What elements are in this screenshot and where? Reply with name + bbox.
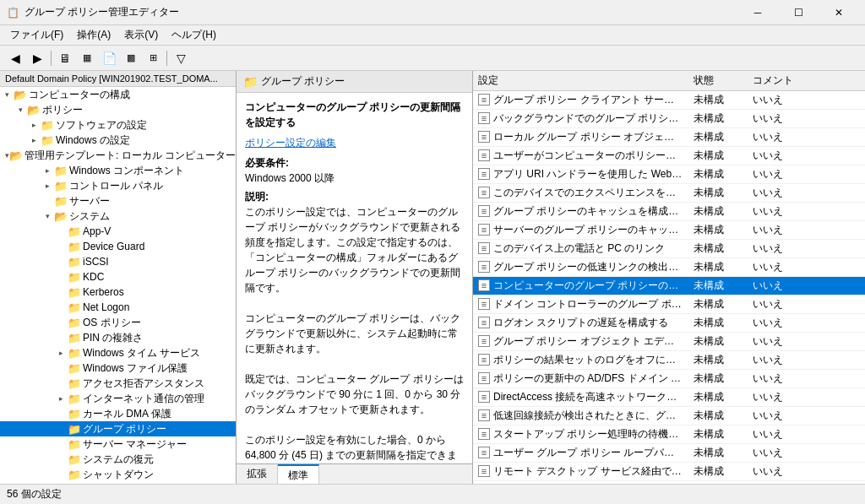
table-row[interactable]: ≡ユーザーがコンピューターのポリシーを最新の状態に更新できないようにする...未… — [473, 147, 865, 165]
setting-row-icon: ≡ — [478, 149, 490, 161]
table-row[interactable]: ≡リモート デスクトップ サービス経由でのログオン時に、ユーザーのグループ...… — [473, 463, 865, 481]
tree-item-grouppolicy[interactable]: 📁グループ ポリシー — [0, 421, 236, 436]
tree-item-wincomp[interactable]: ▸📁Windows コンポーネント — [0, 163, 236, 178]
expand-icon[interactable]: ▸ — [41, 179, 54, 192]
tree-item-shutdown[interactable]: 📁シャットダウン — [0, 467, 236, 482]
tree-label: Windows ファイル保護 — [83, 361, 188, 376]
table-row[interactable]: ≡低速回線接続が検出されたときに、グループ ポリシーの処理が非同...未構成いい… — [473, 407, 865, 425]
table-row[interactable]: ≡ドメイン コントローラーのグループ ポリシーの更新間隔を設定する未構成いいえ — [473, 295, 865, 314]
table-row[interactable]: ≡グループ ポリシーの低速リンクの検出を構成する未構成いいえ — [473, 258, 865, 277]
tree-item-restore[interactable]: 📁システムの復元 — [0, 452, 236, 467]
prerequisite-value: Windows 2000 以降 — [245, 172, 335, 184]
back-button[interactable]: ◀ — [5, 49, 25, 68]
setting-comment-cell: いいえ — [748, 184, 865, 203]
table-row[interactable]: ≡ログオン スクリプトの遅延を構成する未構成いいえ — [473, 314, 865, 333]
expand-icon[interactable]: ▾ — [41, 209, 54, 223]
tree-item-shutdownopt[interactable]: 📁シャットダウン オプション — [0, 482, 236, 484]
close-button[interactable]: ✕ — [819, 0, 858, 25]
expand-icon[interactable]: ▸ — [54, 346, 68, 360]
folder-icon: 📁 — [68, 346, 81, 360]
setting-name-cell: ≡バックグラウンドでのグループ ポリシーの更新をオフにする — [473, 110, 688, 128]
tree-item-policy[interactable]: ▾📂ポリシー — [0, 102, 236, 117]
table-row[interactable]: ≡サーバーのグループ ポリシーのキャッシュを有効にする未構成いいえ — [473, 221, 865, 240]
table-row[interactable]: ≡[アプリケーション] 基本設定拡張ポリシーの処理の構成未構成いいえ — [473, 481, 865, 485]
table-row[interactable]: ≡ユーザー グループ ポリシー ループバックの処理モードを構成する未構成いいえ — [473, 444, 865, 463]
tree-item-winfile[interactable]: 📁Windows ファイル保護 — [0, 360, 236, 376]
table-row[interactable]: ≡ポリシーの更新中の AD/DFS ドメイン コントローラーの同期を有効にする.… — [473, 370, 865, 388]
tree-item-computer[interactable]: ▾📂コンピューターの構成 — [0, 87, 236, 102]
description-text: このポリシー設定では、コンピューターのグループ ポリシーがバックグラウンドで更新… — [245, 206, 464, 463]
setting-status-cell: 未構成 — [688, 110, 748, 128]
app-icon: 📋 — [7, 7, 19, 19]
table-row[interactable]: ≡グループ ポリシーのキャッシュを構成する未構成いいえ — [473, 203, 865, 221]
tree-item-wintime[interactable]: ▸📁Windows タイム サービス — [0, 345, 236, 360]
expand-icon[interactable]: ▸ — [41, 164, 54, 177]
tree-item-ospolicy[interactable]: 📁OS ポリシー — [0, 315, 236, 330]
tree-item-control[interactable]: ▸📁コントロール パネル — [0, 178, 236, 193]
expand-icon[interactable]: ▸ — [27, 133, 41, 147]
setting-row-icon: ≡ — [478, 242, 490, 254]
tab-standard[interactable]: 標準 — [278, 464, 319, 484]
setting-comment-cell: いいえ — [748, 370, 865, 388]
setting-comment-cell: いいえ — [748, 277, 865, 295]
view4-button[interactable]: ⊞ — [143, 49, 163, 68]
tab-extended[interactable]: 拡張 — [237, 464, 278, 484]
menu-help[interactable]: ヘルプ(H) — [165, 26, 223, 44]
expand-icon[interactable]: ▸ — [27, 118, 41, 132]
tree-item-kernel[interactable]: 📁カーネル DMA 保護 — [0, 406, 236, 421]
setting-comment-cell: いいえ — [748, 444, 865, 463]
table-row[interactable]: ≡ローカル グループ ポリシー オブジェクトの処理を無効にする未構成いいえ — [473, 128, 865, 147]
menu-action[interactable]: 操作(A) — [70, 26, 117, 44]
view1-button[interactable]: 🖥 — [55, 49, 75, 68]
tree-label: OS ポリシー — [83, 316, 141, 330]
table-row[interactable]: ≡ポリシーの結果セットのログをオフにする未構成いいえ — [473, 351, 865, 370]
status-text: 56 個の設定 — [7, 487, 62, 501]
table-row[interactable]: ≡グループ ポリシー オブジェクト エディターに対してローカル ADM ファイル… — [473, 333, 865, 351]
tree-item-servermanager[interactable]: 📁サーバー マネージャー — [0, 436, 236, 452]
doc-button[interactable]: 📄 — [99, 49, 119, 68]
table-row[interactable]: ≡スタートアップ ポリシー処理時の待機時間を指定する未構成いいえ — [473, 425, 865, 444]
menu-file[interactable]: ファイル(F) — [3, 26, 70, 44]
expand-icon[interactable]: ▾ — [14, 103, 27, 117]
table-row[interactable]: ≡アプリ URI ハンドラーを使用した Web とアプリのリンクを構成します未構… — [473, 165, 865, 184]
folder-icon: 📁 — [54, 179, 68, 192]
setting-status-cell: 未構成 — [688, 388, 748, 407]
settings-panel: 設定 状態 コメント ≡グループ ポリシー クライアント サービスの AOAC … — [473, 71, 865, 484]
tree-item-software[interactable]: ▸📁ソフトウェアの設定 — [0, 117, 236, 133]
tree-item-windows[interactable]: ▸📁Windows の設定 — [0, 133, 236, 148]
tree-label: シャットダウン — [83, 468, 154, 482]
table-row[interactable]: ≡このデバイス上の電話と PC のリンク未構成いいえ — [473, 240, 865, 258]
table-row[interactable]: ≡DirectAccess 接続を高速ネットワーク接続として構成する未構成いいえ — [473, 388, 865, 407]
view3-button[interactable]: ▩ — [121, 49, 141, 68]
folder-icon: 📁 — [68, 225, 81, 238]
table-row[interactable]: ≡バックグラウンドでのグループ ポリシーの更新をオフにする未構成いいえ — [473, 110, 865, 128]
forward-button[interactable]: ▶ — [27, 49, 47, 68]
tree-item-internet[interactable]: ▸📁インターネット通信の管理 — [0, 391, 236, 406]
folder-icon: 📁 — [68, 316, 81, 329]
tree-item-kdc[interactable]: 📁KDC — [0, 269, 236, 285]
tree-item-appv[interactable]: 📁App-V — [0, 224, 236, 239]
setting-name-cell: ≡ポリシーの結果セットのログをオフにする — [473, 351, 688, 370]
table-row[interactable]: ≡グループ ポリシー クライアント サービスの AOAC 最適化を無効にする未構… — [473, 91, 865, 110]
minimize-button[interactable]: ─ — [738, 0, 777, 25]
edit-policy-link[interactable]: ポリシー設定の編集 — [245, 137, 336, 149]
table-row[interactable]: ≡このデバイスでのエクスペリエンスを続行する未構成いいえ — [473, 184, 865, 203]
expand-icon[interactable]: ▸ — [54, 392, 68, 405]
tree-item-iscsi[interactable]: 📁iSCSI — [0, 254, 236, 269]
tree-label: Windows の設定 — [56, 133, 130, 148]
tree-item-system[interactable]: ▾📂システム — [0, 209, 236, 224]
tree-item-admintpl[interactable]: ▾📂管理用テンプレート: ローカル コンピューター — [0, 148, 236, 163]
maximize-button[interactable]: ☐ — [779, 0, 818, 25]
filter-button[interactable]: ▽ — [171, 49, 191, 68]
tree-item-netlogon[interactable]: 📁Net Logon — [0, 300, 236, 315]
tree-label: コンピューターの構成 — [29, 88, 130, 102]
table-row[interactable]: ≡コンピューターのグループ ポリシーの更新間隔を設定する未構成いいえ — [473, 277, 865, 295]
expand-icon[interactable]: ▾ — [0, 88, 14, 101]
tree-item-kerberos[interactable]: 📁Kerberos — [0, 285, 236, 300]
tree-item-server[interactable]: 📁サーバー — [0, 193, 236, 209]
tree-item-pincomp[interactable]: 📁PIN の複雑さ — [0, 330, 236, 345]
tree-item-access[interactable]: 📁アクセス拒否アシスタンス — [0, 376, 236, 391]
view2-button[interactable]: ▦ — [77, 49, 97, 68]
menu-view[interactable]: 表示(V) — [117, 26, 165, 44]
tree-item-deviceguard[interactable]: 📁Device Guard — [0, 239, 236, 254]
